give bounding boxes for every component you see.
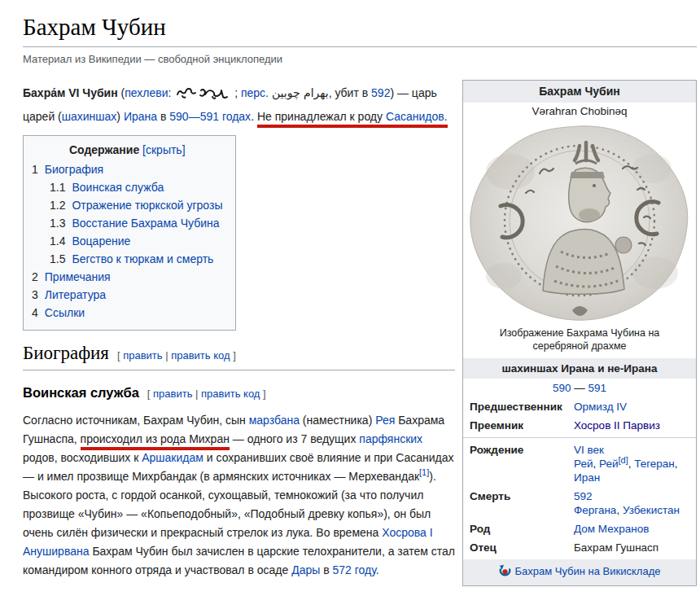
toc-item: 1.1Воинская служба <box>32 178 222 196</box>
toc-number: 1.2 <box>50 199 65 212</box>
toc-link[interactable]: 1.5Бегство к тюркам и смерть <box>50 252 213 265</box>
toc-link[interactable]: 1.4Воцарение <box>50 234 130 248</box>
toc-list: 1Биография1.1Воинская служба1.2Отражение… <box>32 160 222 322</box>
toc-number: 1.1 <box>50 181 65 194</box>
toc-heading: Содержание <box>69 143 139 156</box>
infobox-row-value: VI векРей, Рей[d], Тегеран, Иран <box>574 443 693 484</box>
infobox-row-label: Предшественник <box>470 400 574 414</box>
reference-link[interactable]: [d] <box>618 455 628 465</box>
toc-item: 1.2Отражение тюркской угрозы <box>32 196 222 214</box>
edit-code-link[interactable]: править код <box>171 349 230 362</box>
toc-link[interactable]: 1.3Восстание Бахрама Чубина <box>50 217 220 230</box>
plain-text: — одного из 7 ведущих <box>230 432 359 445</box>
text-link[interactable]: 590—591 годах <box>169 110 251 123</box>
text-link[interactable]: 590 <box>553 382 571 394</box>
text-link[interactable]: 592 <box>371 86 390 99</box>
infobox-row-label: Смерть <box>470 489 574 517</box>
text-link[interactable]: Фергана <box>574 504 616 516</box>
text-link[interactable]: парфянских <box>359 432 422 445</box>
toc-item: 1Биография <box>32 160 222 178</box>
toc-label: Биография <box>45 163 103 176</box>
toc-item: 2Примечания <box>32 268 222 286</box>
edit-link[interactable]: править <box>123 349 162 362</box>
text-link[interactable]: шахиншах <box>62 110 117 123</box>
reference-superscript: [1] <box>419 467 429 477</box>
section-heading-biography: Биография[ править | править код ] <box>23 342 455 370</box>
text-link[interactable]: Иран <box>574 471 600 484</box>
text-link[interactable]: перс. <box>241 86 269 99</box>
lead-paragraph: Бахра́м VI Чубин (пехлеви: ; перс. بهرام… <box>23 82 455 127</box>
text-link[interactable]: Сасанидов <box>386 110 444 123</box>
text-link[interactable]: Рей <box>599 458 618 470</box>
text-link[interactable]: Дом Мехранов <box>574 523 649 535</box>
toc-item: 1.4Воцарение <box>32 232 222 250</box>
red-marker-underline: Не принадлежал к роду Сасанидов. <box>257 110 448 128</box>
toc-label: Ссылки <box>45 306 85 319</box>
toc-title: Содержание [скрыть] <box>32 143 222 156</box>
infobox-separator <box>463 437 696 438</box>
toc-link[interactable]: 3Литература <box>32 288 106 301</box>
toc-link[interactable]: 1Биография <box>32 163 103 176</box>
text-link[interactable]: Тегеран <box>634 458 675 470</box>
plain-text: ( <box>118 86 125 99</box>
plain-text: Согласно источникам, Бахрам Чубин, сын <box>23 414 249 427</box>
edit-section: [ править | править код ] <box>147 388 266 400</box>
edit-section: [ править | править код ] <box>117 349 236 362</box>
text-link[interactable]: Ормизд IV <box>574 401 627 413</box>
plain-text: . <box>376 563 379 576</box>
toc-number: 1.3 <box>50 217 65 230</box>
plain-text: — <box>571 382 588 394</box>
text-link[interactable]: Хосров II Парвиз <box>574 419 660 432</box>
text-link[interactable]: Рей <box>574 458 593 470</box>
text-link[interactable]: Дары <box>291 563 320 576</box>
text-link[interactable]: Ирана <box>124 110 157 123</box>
site-subtitle: Материал из Википедии — свободной энцикл… <box>23 53 697 65</box>
article-page: Бахрам Чубин Материал из Википедии — сво… <box>0 0 700 580</box>
infobox-row-label: Род <box>470 522 574 536</box>
text-link[interactable]: пехлеви <box>125 86 168 99</box>
toc-link[interactable]: 1.1Воинская служба <box>50 181 164 194</box>
text-link[interactable]: Аршакидам <box>142 451 203 464</box>
toc-link[interactable]: 4Ссылки <box>32 306 85 319</box>
toc-hide-link[interactable]: [скрыть] <box>142 143 185 156</box>
plain-text: : <box>168 86 175 99</box>
text-link[interactable]: марзбана <box>249 414 300 427</box>
infobox-row-label: Преемник <box>470 419 574 432</box>
plain-text: Не принадлежал к роду <box>257 110 386 123</box>
infobox-commons-footer: Бахрам Чубин на Викискладе <box>463 559 696 585</box>
reference-superscript: [d] <box>618 455 628 465</box>
commons-link[interactable]: Бахрам Чубин на Викискладе <box>515 565 661 577</box>
pahlavi-script-image <box>176 85 230 106</box>
infobox-row-label: Рождение <box>470 443 574 484</box>
toc-item: 4Ссылки <box>32 304 222 322</box>
text-link[interactable]: Рея <box>375 414 395 427</box>
text-link[interactable]: 572 году <box>333 563 376 576</box>
toc-number: 2 <box>32 270 38 283</box>
toc-link[interactable]: 2Примечания <box>32 270 111 283</box>
red-marker-underline: происходил из рода Михран <box>81 432 230 450</box>
text-link[interactable]: 592 <box>574 490 593 502</box>
infobox: Бахрам Чубин Vərahran Chobinəq <box>462 80 697 586</box>
reference-link[interactable]: [1] <box>419 467 429 477</box>
text-link[interactable]: 591 <box>588 382 607 394</box>
infobox-image-caption: Изображение Бахрама Чубина на серебряной… <box>463 323 696 358</box>
infobox-row-value: Бахрам Гушнасп <box>574 541 693 554</box>
infobox-title: Бахрам Чубин <box>463 81 696 103</box>
text-link[interactable]: VI век <box>574 444 604 456</box>
infobox-row-value: Хосров II Парвиз <box>574 419 693 432</box>
page-title: Бахрам Чубин <box>23 13 697 47</box>
edit-code-link[interactable]: править код <box>201 388 260 400</box>
infobox-native-name: Vərahran Chobinəq <box>463 103 696 121</box>
infobox-row: РождениеVI векРей, Рей[d], Тегеран, Иран <box>463 440 696 487</box>
infobox-succession-rows: ПредшественникОрмизд IVПреемникХосров II… <box>463 397 696 435</box>
coin-image[interactable] <box>463 121 696 323</box>
infobox-row-value: 592Фергана, Узбекистан <box>574 489 693 517</box>
toc-link[interactable]: 1.2Отражение тюркской угрозы <box>50 199 222 212</box>
infobox-row: ПредшественникОрмизд IV <box>463 397 696 416</box>
toc-number: 1 <box>32 163 38 176</box>
toc-number: 3 <box>32 288 38 301</box>
wikimedia-commons-icon <box>499 563 511 581</box>
text-link[interactable]: Узбекистан <box>623 504 680 516</box>
plain-text: (наместника) <box>300 414 375 427</box>
edit-link[interactable]: править <box>153 388 192 400</box>
